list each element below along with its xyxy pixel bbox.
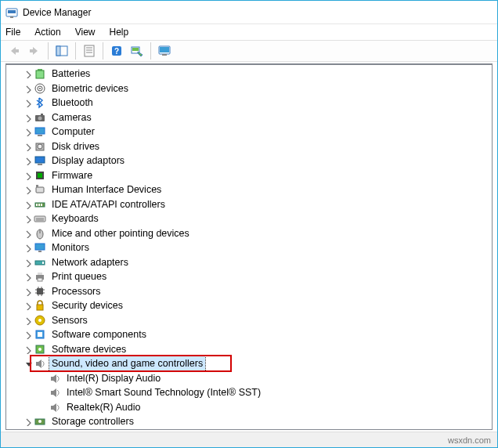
disk-icon	[34, 140, 46, 153]
tree-item[interactable]: System devices	[6, 429, 492, 430]
tree-item-label: Sensors	[49, 313, 90, 328]
tree-item[interactable]: Intel(R) Display Audio	[6, 371, 492, 386]
svg-rect-4	[56, 46, 60, 56]
panel-icon	[56, 45, 68, 57]
mouse-icon	[34, 227, 46, 240]
collapse-icon[interactable]	[21, 357, 34, 370]
tree-item[interactable]: Keyboards	[6, 211, 492, 226]
expand-icon[interactable]	[21, 169, 34, 182]
scan-hardware-button[interactable]	[127, 42, 147, 60]
display-icon	[34, 154, 46, 167]
expand-icon[interactable]	[21, 183, 34, 196]
tree-item-label: Display adaptors	[49, 153, 127, 168]
expand-icon[interactable]	[21, 125, 34, 138]
properties-icon	[83, 45, 96, 57]
menu-view[interactable]: View	[75, 27, 96, 38]
tree-item[interactable]: IDE ATA/ATAPI controllers	[6, 197, 492, 212]
monitor-button[interactable]	[154, 42, 175, 60]
tree-item[interactable]: Security devices	[6, 298, 492, 313]
expand-icon[interactable]	[21, 343, 34, 356]
security-icon	[34, 299, 46, 312]
computer-icon	[34, 125, 46, 138]
tree-item[interactable]: Sound, video and game controllers	[6, 356, 492, 371]
help-button[interactable]: ?	[106, 42, 127, 60]
tree-item[interactable]: Monitors	[6, 240, 492, 255]
expand-icon[interactable]	[21, 241, 34, 254]
menu-action[interactable]: Action	[34, 27, 60, 38]
expand-icon[interactable]	[21, 67, 34, 80]
tree-item[interactable]: Storage controllers	[6, 414, 492, 429]
tree-item[interactable]: Intel® Smart Sound Technology (Intel® SS…	[6, 385, 492, 400]
device-tree[interactable]: BatteriesBiometric devicesBluetoothCamer…	[6, 65, 492, 429]
expand-icon[interactable]	[21, 140, 34, 153]
expand-icon[interactable]	[21, 270, 34, 283]
monitor-icon	[34, 241, 46, 254]
window-title: Device Manager	[23, 7, 91, 18]
tree-item[interactable]: Firmware	[6, 168, 492, 183]
app-icon	[5, 6, 18, 19]
help-icon: ?	[110, 45, 123, 57]
tree-item[interactable]: Cameras	[6, 110, 492, 125]
swcomp-icon	[34, 328, 46, 341]
tree-item-label: Network adapters	[49, 255, 131, 270]
tree-item[interactable]: Processors	[6, 284, 492, 299]
tree-item[interactable]: Network adapters	[6, 255, 492, 270]
swdev-icon	[34, 343, 46, 356]
tree-item-label: Intel® Smart Sound Technology (Intel® SS…	[64, 385, 263, 400]
printer-icon	[34, 270, 46, 283]
tree-item[interactable]: Sensors	[6, 313, 492, 328]
sound-icon	[49, 372, 61, 385]
expand-icon[interactable]	[21, 96, 34, 109]
tree-item[interactable]: Disk drives	[6, 139, 492, 154]
back-button[interactable]	[4, 42, 24, 60]
tree-item[interactable]: Bluetooth	[6, 96, 492, 110]
tree-item-label: Security devices	[49, 298, 125, 313]
expand-icon[interactable]	[21, 415, 34, 428]
tree-item-label: Human Interface Devices	[49, 182, 164, 197]
tree-item[interactable]: Biometric devices	[6, 81, 492, 96]
battery-icon	[34, 67, 46, 80]
tree-item[interactable]: Human Interface Devices	[6, 182, 492, 197]
tree-item[interactable]: Display adaptors	[6, 154, 492, 168]
expand-icon[interactable]	[21, 212, 34, 225]
expand-icon[interactable]	[21, 256, 34, 269]
expand-icon[interactable]	[21, 154, 34, 167]
show-hide-console-tree-button[interactable]	[52, 42, 72, 60]
tree-item[interactable]: Software devices	[6, 342, 492, 357]
expand-icon[interactable]	[21, 111, 34, 124]
expand-icon[interactable]	[21, 328, 34, 341]
toolbar-separator	[150, 42, 151, 60]
expand-icon[interactable]	[21, 227, 34, 240]
sound-icon	[34, 357, 46, 370]
expand-icon[interactable]	[21, 82, 34, 95]
expand-spacer	[36, 386, 49, 399]
tree-item[interactable]: Batteries	[6, 67, 492, 81]
keyboard-icon	[34, 212, 46, 225]
tree-item-label: Cameras	[49, 110, 94, 125]
tree-item-label: Print queues	[49, 269, 109, 284]
tree-item-label: Firmware	[49, 168, 95, 183]
tree-item-label: Monitors	[49, 240, 92, 255]
menu-help[interactable]: Help	[110, 27, 129, 38]
hid-icon	[34, 183, 46, 196]
menu-file[interactable]: File	[5, 27, 20, 38]
svg-rect-12	[132, 48, 139, 51]
menubar: File Action View Help	[1, 24, 497, 40]
expand-icon[interactable]	[21, 198, 34, 211]
tree-item[interactable]: Realtek(R) Audio	[6, 400, 492, 415]
tree-item[interactable]: Mice and other pointing devices	[6, 226, 492, 241]
network-icon	[34, 256, 46, 269]
expand-icon[interactable]	[21, 314, 34, 327]
tree-item[interactable]: Software components	[6, 327, 492, 342]
forward-button[interactable]	[24, 42, 45, 60]
tree-item[interactable]: Computer	[6, 125, 492, 139]
properties-button[interactable]	[79, 42, 99, 60]
tree-item-label: Storage controllers	[49, 414, 136, 429]
expand-icon[interactable]	[21, 299, 34, 312]
tree-item-label: Realtek(R) Audio	[64, 399, 143, 415]
tree-item-label: Computer	[49, 124, 97, 139]
tree-item[interactable]: Print queues	[6, 269, 492, 284]
expand-icon[interactable]	[21, 285, 34, 298]
ide-icon	[34, 198, 46, 211]
svg-rect-1	[8, 10, 16, 13]
